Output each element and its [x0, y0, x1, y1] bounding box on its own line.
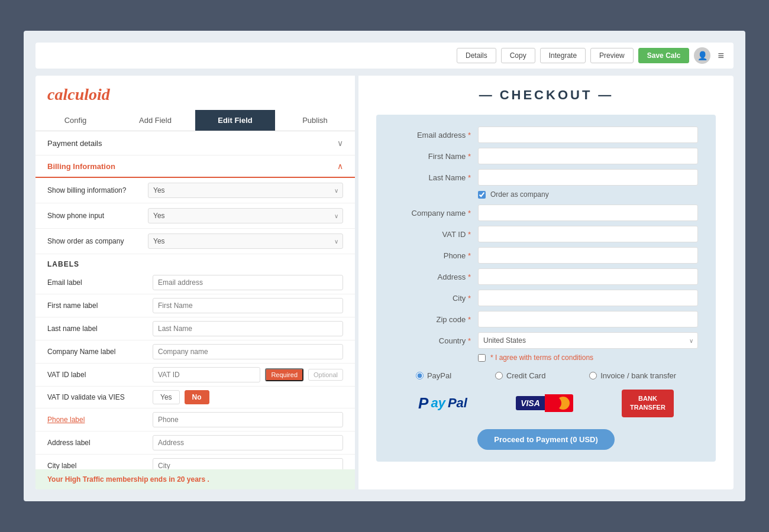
- show-company-select[interactable]: Yes No: [148, 233, 343, 249]
- logo-area: calculoid: [35, 76, 355, 110]
- firstname-label-row: First name label: [35, 294, 355, 317]
- email-label-row: Email label: [35, 271, 355, 294]
- vat-id-label-input[interactable]: [153, 367, 260, 382]
- company-name-label-input[interactable]: [153, 344, 343, 359]
- paypal-logo: P ay Pal: [418, 394, 467, 413]
- billing-info-subsection[interactable]: Billing Information ∧: [35, 155, 355, 178]
- phone-label-input[interactable]: [153, 412, 343, 427]
- show-billing-label: Show billing information?: [47, 186, 148, 194]
- show-company-select-wrapper: Yes No: [148, 233, 343, 249]
- integrate-button[interactable]: Integrate: [540, 48, 586, 63]
- address-field-input[interactable]: [478, 268, 698, 285]
- payment-details-label: Payment details: [47, 139, 102, 148]
- terms-checkbox[interactable]: [478, 354, 486, 362]
- company-name-field-group: Company name *: [394, 205, 698, 221]
- notification-highlight: 20 years: [177, 475, 205, 484]
- firstname-label-text: First name label: [47, 301, 148, 310]
- company-name-field-input[interactable]: [478, 205, 698, 221]
- lastname-label-input[interactable]: [153, 321, 343, 336]
- country-field-group: Country * United States United Kingdom G…: [394, 332, 698, 349]
- phone-label-row: Phone label: [35, 408, 355, 432]
- app-logo: calculoid: [47, 85, 110, 104]
- credit-card-radio[interactable]: [495, 372, 503, 379]
- visa-mc-logo: VISA: [516, 394, 573, 412]
- tab-config[interactable]: Config: [35, 110, 115, 131]
- address-field-group: Address *: [394, 268, 698, 285]
- payment-details-section[interactable]: Payment details ∨: [35, 131, 355, 155]
- zip-field-group: Zip code *: [394, 311, 698, 327]
- panel-scroll: Payment details ∨ Billing Information ∧ …: [35, 131, 355, 489]
- paypal-logo-text: ay: [431, 395, 445, 411]
- paypal-radio[interactable]: [416, 372, 424, 379]
- terms-label: * I agree with terms of conditions: [490, 353, 593, 362]
- show-company-label: Show order as company: [47, 237, 148, 245]
- show-company-row: Show order as company Yes No: [35, 229, 355, 254]
- email-field-group: Email address *: [394, 126, 698, 143]
- company-name-label-row: Company Name label: [35, 340, 355, 364]
- terms-row: * I agree with terms of conditions: [478, 353, 698, 362]
- country-select[interactable]: United States United Kingdom Germany Fra…: [478, 332, 698, 349]
- email-label-input[interactable]: [153, 275, 343, 290]
- city-field-input[interactable]: [478, 290, 698, 306]
- address-label-input[interactable]: [153, 435, 343, 450]
- vat-id-field-label: VAT ID *: [394, 230, 471, 239]
- firstname-field-label: First Name *: [394, 152, 471, 161]
- preview-button[interactable]: Preview: [590, 48, 634, 63]
- firstname-field-input[interactable]: [478, 148, 698, 164]
- lastname-field-input[interactable]: [478, 169, 698, 186]
- address-field-label: Address *: [394, 273, 471, 281]
- vat-id-label-row: VAT ID label Required Optional: [35, 364, 355, 387]
- visa-text: VISA: [516, 396, 545, 410]
- bank-transfer-logo: BANK TRANSFER: [622, 390, 674, 417]
- menu-icon[interactable]: ≡: [718, 50, 724, 62]
- vat-optional-badge[interactable]: Optional: [308, 369, 343, 381]
- lastname-field-group: Last Name *: [394, 169, 698, 186]
- bank-transfer-radio[interactable]: [589, 372, 597, 379]
- save-calc-button[interactable]: Save Calc: [638, 48, 690, 63]
- top-nav: Details Copy Integrate Preview Save Calc…: [35, 43, 734, 69]
- vat-id-field-input[interactable]: [478, 226, 698, 242]
- billing-info-label: Billing Information: [47, 162, 115, 171]
- firstname-label-input[interactable]: [153, 298, 343, 313]
- order-as-company-checkbox-label: Order as company: [490, 190, 549, 199]
- vat-yes-button[interactable]: Yes: [153, 390, 180, 404]
- bank-transfer-option-label: Invoice / bank transfer: [600, 371, 676, 380]
- email-field-label: Email address *: [394, 131, 471, 140]
- phone-field-label: Phone *: [394, 251, 471, 260]
- proceed-to-payment-button[interactable]: Proceed to Payment (0 USD): [477, 429, 615, 450]
- city-field-label: City *: [394, 294, 471, 303]
- checkout-title: — CHECKOUT —: [376, 87, 716, 103]
- lastname-label-text: Last name label: [47, 325, 148, 333]
- payment-methods: PayPal Credit Card Invoice / bank transf…: [394, 371, 698, 380]
- details-button[interactable]: Details: [457, 48, 496, 63]
- billing-info-chevron: ∧: [337, 161, 343, 171]
- show-phone-label: Show phone input: [47, 212, 148, 220]
- form-area: Email address * First Name *: [376, 115, 716, 462]
- phone-field-group: Phone *: [394, 247, 698, 264]
- show-phone-select[interactable]: Yes No: [148, 208, 343, 223]
- vat-no-button[interactable]: No: [185, 390, 209, 404]
- tab-publish[interactable]: Publish: [275, 110, 355, 131]
- vat-validate-label: VAT ID validate via VIES: [47, 393, 148, 401]
- zip-field-input[interactable]: [478, 311, 698, 327]
- labels-header: LABELS: [35, 254, 355, 271]
- credit-card-option-label: Credit Card: [506, 371, 545, 380]
- city-field-group: City *: [394, 290, 698, 306]
- tab-add-field[interactable]: Add Field: [115, 110, 195, 131]
- bank-transfer-option: Invoice / bank transfer: [589, 371, 676, 380]
- payment-details-chevron: ∨: [337, 138, 343, 148]
- show-billing-select[interactable]: Yes No: [148, 183, 343, 198]
- user-icon[interactable]: 👤: [694, 47, 710, 64]
- paypal-option-label: PayPal: [427, 371, 451, 380]
- copy-button[interactable]: Copy: [501, 48, 535, 63]
- tab-edit-field[interactable]: Edit Field: [195, 110, 275, 131]
- phone-field-input[interactable]: [478, 247, 698, 264]
- paypal-logo-text2: Pal: [448, 395, 467, 411]
- vat-id-label-text: VAT ID label: [47, 371, 148, 379]
- vat-validate-row: VAT ID validate via VIES Yes No: [35, 387, 355, 408]
- main-content: calculoid Config Add Field Edit Field Pu…: [35, 76, 734, 489]
- vat-required-badge[interactable]: Required: [265, 368, 303, 381]
- email-field-input[interactable]: [478, 126, 698, 143]
- order-as-company-checkbox[interactable]: [478, 191, 486, 199]
- bank-text2: TRANSFER: [630, 403, 665, 412]
